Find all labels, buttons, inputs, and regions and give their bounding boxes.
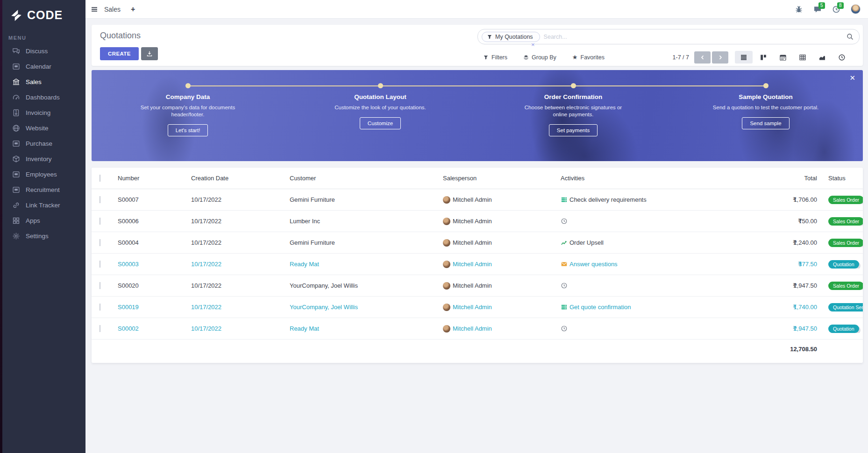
- sidebar-item-discuss[interactable]: Discuss: [0, 43, 85, 59]
- app-window: CODE MENU DiscussCalendarSalesDashboards…: [0, 0, 868, 453]
- sidebar-item-recruitment[interactable]: Recruitment: [0, 182, 85, 198]
- search-bar[interactable]: My Quotations ×: [477, 29, 860, 44]
- sidebar-item-invoicing[interactable]: $Invoicing: [0, 105, 85, 120]
- salesperson-name: Mitchell Admin: [453, 282, 492, 289]
- topbar-app-title[interactable]: Sales: [104, 6, 121, 13]
- search-input[interactable]: [544, 34, 847, 40]
- column-header-activities[interactable]: Activities: [555, 175, 773, 182]
- quotation-row-S00004[interactable]: S0000410/17/2022Gemini FurnitureMitchell…: [92, 232, 863, 254]
- sidebar-item-dashboards[interactable]: Dashboards: [0, 90, 85, 105]
- row-checkbox[interactable]: [100, 325, 100, 332]
- sidebar-item-purchase[interactable]: Purchase: [0, 136, 85, 151]
- row-checkbox[interactable]: [100, 218, 100, 225]
- sidebar-item-apps[interactable]: Apps: [0, 213, 85, 228]
- filter-chip-my-quotations[interactable]: My Quotations: [482, 32, 540, 42]
- cell-customer: Lumber Inc: [284, 218, 437, 225]
- cell-activities[interactable]: [555, 218, 773, 225]
- search-icon[interactable]: [847, 33, 854, 40]
- cell-activities[interactable]: [555, 325, 773, 332]
- new-tab-button[interactable]: +: [131, 5, 135, 14]
- debug-bug-icon[interactable]: [795, 5, 803, 14]
- cell-activities[interactable]: Check delivery requirements: [555, 196, 773, 203]
- activity-list-icon: [561, 304, 568, 311]
- column-header-creation-date[interactable]: Creation Date: [185, 175, 284, 182]
- step-description: Customize the look of your quotations.: [327, 104, 434, 111]
- hamburger-menu-icon[interactable]: [91, 6, 98, 13]
- messages-icon[interactable]: 5: [813, 5, 822, 14]
- view-switch-kanban[interactable]: [754, 51, 772, 64]
- quotation-row-S00019[interactable]: S0001910/17/2022YourCompany, Joel Willis…: [92, 297, 863, 318]
- sidebar-item-link-tracker[interactable]: Link Tracker: [0, 198, 85, 213]
- salesperson-avatar: [443, 196, 450, 204]
- step-action-button[interactable]: Set payments: [549, 124, 598, 136]
- cell-total: ₹2,947.50: [773, 282, 820, 289]
- favorites-button[interactable]: ★ Favorites: [572, 54, 605, 61]
- view-switch-calendar[interactable]: [774, 51, 792, 64]
- activities-clock-icon[interactable]: 8: [832, 5, 840, 14]
- table-header-row: NumberCreation DateCustomerSalespersonAc…: [92, 168, 863, 189]
- pager-next-button[interactable]: [712, 51, 728, 64]
- cell-creation-date: 10/17/2022: [185, 196, 284, 203]
- pager-previous-button[interactable]: [694, 51, 711, 64]
- quotation-row-S00006[interactable]: S0000610/17/2022Lumber IncMitchell Admin…: [92, 211, 863, 232]
- column-header-customer[interactable]: Customer: [284, 175, 437, 182]
- cell-salesperson: Mitchell Admin: [437, 196, 555, 204]
- chevron-right-icon: [718, 55, 723, 60]
- step-action-button[interactable]: Send sample: [742, 117, 789, 129]
- step-action-button[interactable]: Customize: [360, 117, 401, 129]
- quotation-row-S00002[interactable]: S0000210/17/2022Ready MatMitchell Admin₹…: [92, 318, 863, 340]
- filters-button[interactable]: Filters: [483, 54, 507, 61]
- sidebar-item-website[interactable]: Website: [0, 120, 85, 136]
- cell-creation-date: 10/17/2022: [185, 325, 284, 332]
- quotation-row-S00003[interactable]: S0000310/17/2022Ready MatMitchell AdminA…: [92, 254, 863, 275]
- cell-number: S00019: [111, 304, 185, 311]
- sidebar-item-label: Settings: [26, 233, 49, 240]
- sidebar-item-label: Calendar: [26, 63, 51, 70]
- filter-chip-label: My Quotations: [495, 34, 533, 40]
- view-switch-activity[interactable]: [833, 51, 851, 64]
- view-switch-graph[interactable]: [813, 51, 831, 64]
- quotation-row-S00020[interactable]: S0002010/17/2022YourCompany, Joel Willis…: [92, 275, 863, 297]
- currency-symbol: ₹: [793, 282, 797, 289]
- select-all-checkbox[interactable]: [100, 175, 100, 182]
- sidebar-item-inventory[interactable]: Inventory: [0, 151, 85, 167]
- quotation-row-S00007[interactable]: S0000710/17/2022Gemini FurnitureMitchell…: [92, 189, 863, 211]
- row-checkbox[interactable]: [100, 239, 100, 246]
- cell-number: S00003: [111, 261, 185, 268]
- sidebar-item-settings[interactable]: Settings: [0, 228, 85, 244]
- cell-creation-date: 10/17/2022: [185, 304, 284, 311]
- cell-activities[interactable]: Order Upsell: [555, 239, 773, 246]
- sidebar-item-calendar[interactable]: Calendar: [0, 59, 85, 74]
- app-logo[interactable]: CODE: [0, 0, 85, 28]
- column-header-status[interactable]: Status: [820, 175, 863, 182]
- sidebar-item-sales[interactable]: Sales: [0, 74, 85, 90]
- cell-activities[interactable]: Answer questions: [555, 261, 773, 268]
- step-action-button[interactable]: Let's start!: [168, 124, 208, 136]
- banner-close-icon[interactable]: ✕: [849, 74, 855, 82]
- row-checkbox[interactable]: [100, 261, 100, 268]
- currency-symbol: ₹: [798, 218, 802, 225]
- activity-view-icon: [838, 54, 846, 61]
- remove-filter-icon[interactable]: ×: [531, 41, 535, 48]
- activity-label: Answer questions: [569, 261, 618, 268]
- pivot-view-icon: [799, 54, 806, 61]
- column-header-salesperson[interactable]: Salesperson: [437, 175, 555, 182]
- user-avatar[interactable]: [851, 4, 861, 14]
- cell-activities[interactable]: Get quote confirmation: [555, 304, 773, 311]
- sidebar-item-label: Sales: [26, 78, 42, 85]
- groupby-button[interactable]: Group By: [523, 54, 556, 61]
- window-icon: [12, 140, 20, 148]
- sidebar-item-employees[interactable]: Employees: [0, 167, 85, 182]
- row-checkbox[interactable]: [100, 282, 100, 289]
- column-header-number[interactable]: Number: [111, 175, 185, 182]
- row-checkbox[interactable]: [100, 196, 100, 203]
- cell-activities[interactable]: [555, 282, 773, 289]
- column-header-total[interactable]: Total: [773, 175, 820, 182]
- view-switch-list[interactable]: [735, 51, 753, 64]
- view-switch-pivot[interactable]: [794, 51, 811, 64]
- calendar-view-icon: [779, 54, 787, 61]
- row-checkbox[interactable]: [100, 304, 100, 311]
- box-icon: [12, 155, 20, 163]
- cell-customer: Gemini Furniture: [284, 196, 437, 203]
- cell-status: Sales Order: [820, 282, 863, 290]
